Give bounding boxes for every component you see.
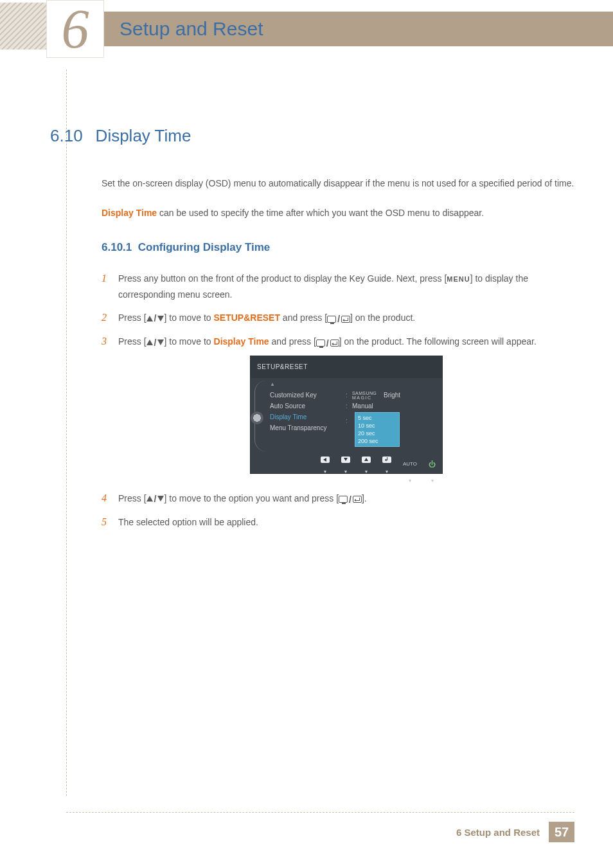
step-3-text-d: ] on the product. The following screen w… [339,336,537,347]
osd-menu-left: ▲ Customized Key Auto Source Display Tim… [270,378,346,455]
second-paragraph: Display Time can be used to specify the … [102,205,574,221]
step-text: The selected option will be applied. [118,514,574,530]
osd-footer-enter: ↲▾ [382,457,391,480]
source-icon [339,496,348,503]
step-2-text-a: Press [ [118,312,147,323]
auto-label: AUTO [403,457,417,472]
source-icon [316,339,325,347]
osd-option-20sec: 20 sec [358,429,396,437]
steps-list: 1 Press any button on the front of the p… [102,271,574,530]
osd-panel: SETUP&RESET ▲ Customized Key Auto Source… [250,356,443,474]
osd-option-5sec: 5 sec [358,414,396,422]
step-number: 5 [102,514,118,530]
display-time-keyword: Display Time [102,208,157,218]
second-paragraph-rest: can be used to specify the time after wh… [157,208,484,218]
section-title: Display Time [96,126,191,145]
osd-option-10sec: 10 sec [358,422,396,429]
section-number: 6.10 [50,126,83,145]
osd-footer: ▾ ▾ ▾ ↲▾ AUTO▾ ⏻▾ [251,455,442,473]
bright-label: Bright [384,388,400,403]
step-3-text-b: ] to move to [164,336,213,347]
triangle-up-icon [364,458,368,461]
step-2-text-c: and press [ [280,312,327,323]
osd-screenshot: SETUP&RESET ▲ Customized Key Auto Source… [118,356,574,474]
step-4-text-c: ]. [362,493,367,503]
triangle-left-icon [323,458,326,462]
page-number-box: 57 [549,822,574,842]
osd-option-200sec: 200 sec [358,437,396,445]
subsection-number: 6.10.1 [102,241,132,253]
step-4-text-a: Press [ [118,493,147,503]
page-footer: 6 Setup and Reset 57 [66,812,574,842]
osd-footer-auto: AUTO▾ [403,457,417,489]
step-2-text-b: ] to move to [164,312,213,323]
footer-chapter-label: 6 Setup and Reset [456,827,540,838]
step-text: Press any button on the front of the pro… [118,271,574,302]
source-enter-icon: / [316,336,339,351]
step-2: 2 Press [/] to move to SETUP&RESET and p… [102,310,574,326]
osd-footer-down: ▾ [341,457,350,480]
triangle-down-icon [157,496,164,502]
osd-dropdown: 5 sec 10 sec 20 sec 200 sec [355,412,400,447]
osd-value-display-time: : 5 sec 10 sec 20 sec 200 sec [346,412,436,447]
subsection-title: Configuring Display Time [138,241,271,253]
osd-footer-up: ▾ [362,457,371,480]
up-down-icon: / [147,491,164,507]
step-number: 4 [102,491,118,507]
triangle-up-icon [147,339,153,345]
step-number: 2 [102,310,118,326]
page-number: 57 [555,825,569,840]
step-text: Press [/] to move to SETUP&RESET and pre… [118,310,574,326]
source-icon [327,316,336,323]
power-icon: ⏻ [429,457,436,472]
subsection-heading: 6.10.1 Configuring Display Time [102,241,574,254]
step-5: 5 The selected option will be applied. [102,514,574,530]
step-3-text-c: and press [ [269,336,316,347]
samsung-label: SAMSUNG [352,391,377,395]
step-text: Press [/] to move to the option you want… [118,491,574,507]
enter-icon [330,339,339,347]
header-diagonal-pattern [0,3,46,50]
chapter-title: Setup and Reset [120,18,263,40]
osd-title: SETUP&RESET [251,356,442,378]
source-enter-icon: / [339,492,362,507]
triangle-down-icon [157,339,164,345]
step-number: 3 [102,334,118,482]
osd-item-menu-transparency: Menu Transparency [270,423,346,434]
osd-body: ▲ Customized Key Auto Source Display Tim… [251,378,442,455]
osd-item-label: Menu Transparency [270,420,326,436]
section-heading: 6.10Display Time [50,126,574,146]
triangle-down-icon [157,316,164,321]
chapter-number: 6 [62,0,89,61]
step-3: 3 Press [/] to move to Display Time and … [102,334,574,482]
step-1: 1 Press any button on the front of the p… [102,271,574,302]
menu-button-label: MENU [447,275,470,283]
source-enter-icon: / [327,311,350,327]
step-text: Press [/] to move to Display Time and pr… [118,334,574,482]
chapter-number-box: 6 [46,0,104,58]
setup-reset-keyword: SETUP&RESET [214,312,280,323]
triangle-up-icon [147,496,153,502]
intro-paragraph: Set the on-screen display (OSD) menu to … [102,176,574,191]
triangle-up-icon [147,316,153,321]
step-2-text-d: ] on the product. [350,312,415,323]
step-number: 1 [102,271,118,302]
triangle-down-icon [344,458,348,461]
up-down-icon: / [147,311,164,326]
enter-icon [353,496,362,503]
step-4: 4 Press [/] to move to the option you wa… [102,491,574,507]
osd-menu-right: :SAMSUNGMAGIC Bright :Manual : 5 sec 10 … [346,378,436,455]
up-down-icon: / [147,335,164,350]
display-time-keyword: Display Time [214,336,269,347]
step-3-text-a: Press [ [118,336,147,347]
step-4-text-b: ] to move to the option you want and pre… [164,493,339,503]
osd-footer-back: ▾ [321,457,330,480]
page: 6 Setup and Reset 6.10Display Time Set t… [0,0,613,868]
enter-icon [341,316,350,323]
gear-icon [251,411,263,424]
content-area: 6.10Display Time Set the on-screen displ… [50,126,574,538]
osd-footer-power: ⏻▾ [429,457,436,489]
step-1-text-a: Press any button on the front of the pro… [118,273,447,284]
